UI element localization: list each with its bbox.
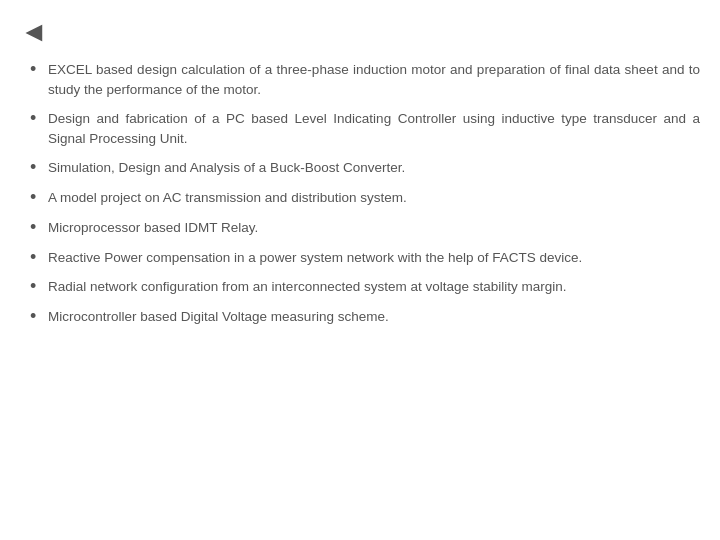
bullet-text-2: Design and fabrication of a PC based Lev… — [48, 109, 700, 148]
bullet-text-4: A model project on AC transmission and d… — [48, 188, 700, 208]
bullet-dot-4: • — [30, 188, 48, 208]
list-item-7: •Radial network configuration from an in… — [30, 277, 700, 297]
list-item-2: •Design and fabrication of a PC based Le… — [30, 109, 700, 148]
content-area: •EXCEL based design calculation of a thr… — [30, 60, 700, 520]
bullet-list: •EXCEL based design calculation of a thr… — [30, 60, 700, 327]
bullet-dot-3: • — [30, 158, 48, 178]
list-item-4: •A model project on AC transmission and … — [30, 188, 700, 208]
bullet-text-6: Reactive Power compensation in a power s… — [48, 248, 700, 268]
bullet-text-5: Microprocessor based IDMT Relay. — [48, 218, 700, 238]
bullet-dot-2: • — [30, 109, 48, 129]
list-item-3: •Simulation, Design and Analysis of a Bu… — [30, 158, 700, 178]
bullet-text-1: EXCEL based design calculation of a thre… — [48, 60, 700, 99]
back-arrow-button[interactable]: ◄ — [20, 18, 48, 46]
bullet-dot-6: • — [30, 248, 48, 268]
bullet-text-7: Radial network configuration from an int… — [48, 277, 700, 297]
bullet-dot-8: • — [30, 307, 48, 327]
bullet-text-8: Microcontroller based Digital Voltage me… — [48, 307, 700, 327]
list-item-5: •Microprocessor based IDMT Relay. — [30, 218, 700, 238]
bullet-text-3: Simulation, Design and Analysis of a Buc… — [48, 158, 700, 178]
bullet-dot-7: • — [30, 277, 48, 297]
list-item-6: •Reactive Power compensation in a power … — [30, 248, 700, 268]
list-item-8: •Microcontroller based Digital Voltage m… — [30, 307, 700, 327]
bullet-dot-5: • — [30, 218, 48, 238]
list-item-1: •EXCEL based design calculation of a thr… — [30, 60, 700, 99]
bullet-dot-1: • — [30, 60, 48, 80]
